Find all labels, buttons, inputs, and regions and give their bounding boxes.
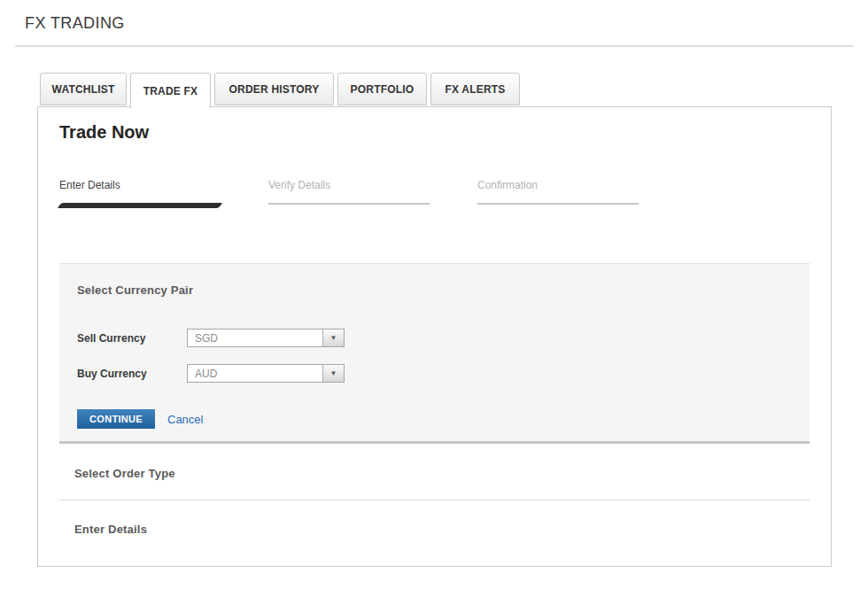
step-label: Confirmation [477, 179, 639, 191]
step-progress-bar [57, 203, 222, 208]
dropdown-arrow-icon: ▼ [322, 365, 344, 382]
tab-watchlist[interactable]: WATCHLIST [40, 73, 127, 105]
section-divider [59, 500, 810, 500]
continue-button[interactable]: CONTINUE [77, 409, 155, 429]
buy-currency-row: Buy Currency AUD ▼ [77, 364, 792, 383]
sell-currency-row: Sell Currency SGD ▼ [77, 329, 792, 347]
tab-order-history[interactable]: ORDER HISTORY [214, 73, 334, 105]
trade-now-heading: Trade Now [59, 122, 831, 143]
tab-strip: WATCHLIST TRADE FX ORDER HISTORY PORTFOL… [38, 73, 868, 108]
section-title: Select Currency Pair [77, 283, 792, 297]
step-progress-bar [268, 203, 430, 205]
title-divider [15, 45, 853, 47]
form-actions: CONTINUE Cancel [77, 409, 792, 429]
buy-currency-label: Buy Currency [77, 368, 187, 380]
sell-currency-select[interactable]: SGD ▼ [187, 329, 345, 347]
enter-details-heading: Enter Details [74, 523, 810, 536]
step-progress-bar [477, 203, 639, 205]
step-enter-details: Enter Details [59, 179, 221, 208]
cancel-link[interactable]: Cancel [167, 413, 203, 426]
page-title: FX TRADING [25, 14, 868, 33]
buy-currency-value: AUD [188, 368, 322, 380]
tab-portfolio[interactable]: PORTFOLIO [337, 73, 427, 105]
select-order-type-heading: Select Order Type [74, 467, 810, 480]
step-label: Verify Details [268, 179, 430, 191]
wizard-stepper: Enter Details Verify Details Confirmatio… [59, 179, 810, 208]
sell-currency-label: Sell Currency [77, 332, 187, 345]
tab-fx-alerts[interactable]: FX ALERTS [430, 73, 520, 105]
dropdown-arrow-icon: ▼ [322, 330, 344, 346]
select-currency-pair-section: Select Currency Pair Sell Currency SGD ▼… [59, 263, 810, 444]
step-confirmation: Confirmation [477, 179, 639, 208]
sell-currency-value: SGD [188, 332, 322, 345]
step-label: Enter Details [59, 179, 221, 191]
tab-trade-fx[interactable]: TRADE FX [130, 73, 211, 108]
buy-currency-select[interactable]: AUD ▼ [187, 364, 345, 383]
step-verify-details: Verify Details [268, 179, 430, 208]
tab-bar: WATCHLIST TRADE FX ORDER HISTORY PORTFOL… [38, 73, 868, 108]
trade-fx-panel: Trade Now Enter Details Verify Details C… [37, 106, 832, 567]
